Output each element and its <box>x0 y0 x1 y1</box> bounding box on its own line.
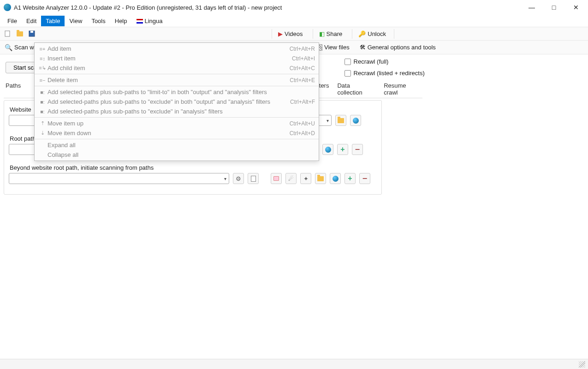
save-button[interactable] <box>27 29 37 39</box>
recrawl-listed-checkbox[interactable]: Recrawl (listed + redirects) <box>344 70 425 77</box>
menu-item[interactable]: ≡+Add itemCtrl+Alt+R <box>35 44 319 54</box>
toolbar-main: ▶Videos ◧Share 🔑Unlock <box>0 27 588 41</box>
menu-view[interactable]: View <box>65 16 87 26</box>
menu-item-label: Expand all <box>48 142 315 149</box>
menu-item-label: Add selected paths plus sub-paths to "li… <box>48 89 315 95</box>
flag-icon <box>137 19 143 24</box>
menu-item-label: Add selected-paths plus sub-paths to "ex… <box>48 108 315 115</box>
minimize-button[interactable]: ― <box>525 1 538 14</box>
beyond-folder-button[interactable] <box>315 173 326 184</box>
checkbox-icon <box>344 59 351 65</box>
menu-item-label: Move item down <box>48 130 290 137</box>
app-icon <box>4 4 11 11</box>
minus-icon: − <box>362 174 368 184</box>
doc-icon <box>251 176 256 182</box>
website-globe-button[interactable] <box>350 115 361 126</box>
new-button[interactable] <box>3 29 13 39</box>
menu-lingua[interactable]: Lingua <box>132 16 167 26</box>
share-label: Share <box>327 30 343 37</box>
recrawl-full-checkbox[interactable]: Recrawl (full) <box>344 58 425 65</box>
gear-icon: ⚙ <box>236 175 241 182</box>
menu-item-label: Insert item <box>48 55 292 62</box>
plus-icon: + <box>340 145 344 154</box>
view-files-button[interactable]: View files <box>314 43 351 52</box>
globe-icon <box>333 176 339 182</box>
checkbox-icon <box>344 70 351 77</box>
beyond-doc-button[interactable] <box>248 173 259 184</box>
menu-item[interactable]: ⇡Move item upCtrl+Alt+U <box>35 119 319 128</box>
menu-item[interactable]: ≡↳Add child itemCtrl+Alt+C <box>35 63 319 73</box>
svg-rect-2 <box>30 31 33 33</box>
unlock-label: Unlock <box>368 30 386 37</box>
eraser-icon <box>273 176 279 181</box>
search-icon: 🔍 <box>5 44 12 51</box>
menu-item-icon: ■: <box>38 89 47 95</box>
menu-lingua-label: Lingua <box>145 18 163 24</box>
globe-icon <box>325 147 331 153</box>
menu-item-label: Add child item <box>48 65 290 71</box>
tab-data-collection[interactable]: Data collection <box>336 81 376 97</box>
beyond-add-button[interactable]: + <box>344 173 356 184</box>
menu-item-icon: ■: <box>38 109 47 114</box>
beyond-tool1-button[interactable]: ☄ <box>285 173 297 184</box>
beyond-erase-button[interactable] <box>271 173 282 184</box>
videos-label: Videos <box>285 30 303 37</box>
beyond-gear1-button[interactable]: ⚙ <box>233 173 244 184</box>
close-button[interactable]: ✕ <box>570 1 582 14</box>
menu-tools[interactable]: Tools <box>87 16 110 26</box>
menu-file[interactable]: File <box>3 16 22 26</box>
view-files-label: View files <box>324 44 350 51</box>
open-button[interactable] <box>15 29 25 39</box>
table-menu-dropdown: ≡+Add itemCtrl+Alt+R≡↕Insert itemCtrl+Al… <box>34 42 319 161</box>
menu-item[interactable]: Collapse all <box>35 150 319 160</box>
share-button[interactable]: ◧Share <box>315 29 347 39</box>
rootpath-remove-button[interactable]: − <box>352 144 363 155</box>
titlebar: A1 Website Analyzer 12.0.0 - Update #2 -… <box>0 0 588 15</box>
window-title: A1 Website Analyzer 12.0.0 - Update #2 -… <box>14 4 525 11</box>
menu-item-shortcut: Ctrl+Alt+E <box>290 77 315 83</box>
menu-item-icon: ■: <box>38 99 47 105</box>
menu-item-icon: ≡↕ <box>38 56 47 61</box>
menu-item[interactable]: ≡↕Insert itemCtrl+Alt+I <box>35 54 319 63</box>
options-label: General options and tools <box>368 44 436 51</box>
maximize-button[interactable]: □ <box>547 1 560 14</box>
menu-item[interactable]: ■:Add selected-paths plus sub-paths to "… <box>35 97 319 107</box>
menu-item-label: Move item up <box>48 120 290 127</box>
menubar: File Edit Table View Tools Help Lingua <box>0 15 588 27</box>
menu-edit[interactable]: Edit <box>22 16 41 26</box>
content-area: ≡+Add itemCtrl+Alt+R≡↕Insert itemCtrl+Al… <box>0 54 588 359</box>
tab-paths[interactable]: Paths <box>5 81 22 97</box>
menu-item-shortcut: Ctrl+Alt+C <box>290 65 315 71</box>
recrawl-listed-label: Recrawl (listed + redirects) <box>354 70 425 77</box>
menu-item[interactable]: ■:Add selected-paths plus sub-paths to "… <box>35 107 319 116</box>
general-options-button[interactable]: 🛠General options and tools <box>358 43 438 52</box>
website-folder-button[interactable] <box>335 115 346 126</box>
menu-item-shortcut: Ctrl+Alt+R <box>290 46 315 52</box>
rootpath-globe-button[interactable] <box>322 144 333 155</box>
menu-item-shortcut: Ctrl+Alt+D <box>290 130 315 137</box>
globe-icon <box>353 118 359 124</box>
website-label: Website <box>10 106 31 113</box>
menu-item[interactable]: ■:Add selected paths plus sub-paths to "… <box>35 87 319 97</box>
beyond-label: Beyond website root path, initiate scann… <box>10 164 154 171</box>
beyond-remove-button[interactable]: − <box>359 173 370 184</box>
menu-item-shortcut: Ctrl+Alt+F <box>290 99 315 105</box>
menu-help[interactable]: Help <box>110 16 132 26</box>
beyond-globe-button[interactable] <box>330 173 341 184</box>
unlock-button[interactable]: 🔑Unlock <box>354 29 390 39</box>
menu-item[interactable]: Expand all <box>35 140 319 150</box>
rootpath-add-button[interactable]: + <box>337 144 348 155</box>
menu-item-label: Delete item <box>48 77 290 83</box>
beyond-input[interactable] <box>9 173 229 184</box>
menu-item-label: Add item <box>48 45 290 52</box>
beyond-tool2-button[interactable]: ✦ <box>300 173 311 184</box>
folder-icon <box>17 31 23 36</box>
resize-grip[interactable] <box>579 361 585 368</box>
menu-item[interactable]: ⇣Move item downCtrl+Alt+D <box>35 128 319 138</box>
folder-icon <box>317 176 324 181</box>
videos-button[interactable]: ▶Videos <box>274 29 307 39</box>
menu-item-icon: ≡+ <box>38 46 47 52</box>
menu-table[interactable]: Table <box>41 16 65 26</box>
menu-item[interactable]: ≡−Delete itemCtrl+Alt+E <box>35 75 319 85</box>
tab-resume-crawl[interactable]: Resume crawl <box>383 81 422 97</box>
